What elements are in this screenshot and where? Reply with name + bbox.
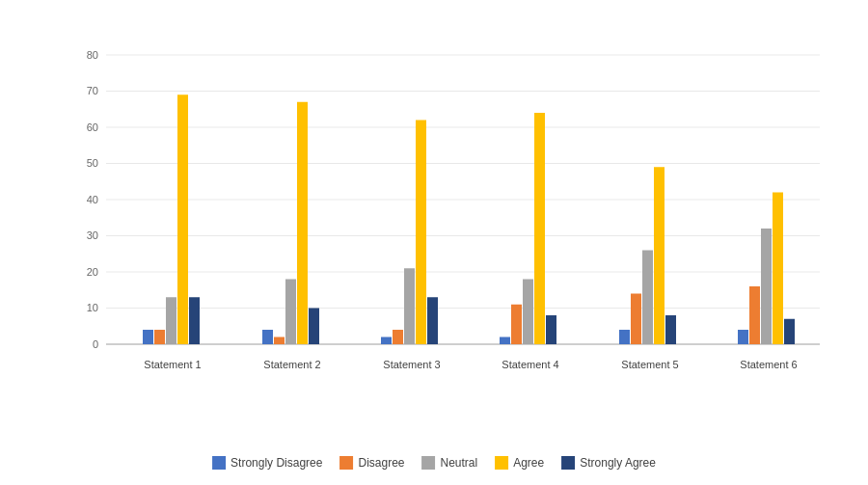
- legend-label-sa: Strongly Agree: [580, 456, 656, 470]
- bar-s5-n: [642, 250, 653, 344]
- legend-color-d: [339, 456, 353, 470]
- svg-text:80: 80: [87, 49, 98, 61]
- svg-text:70: 70: [87, 85, 98, 96]
- label-s1: Statement 1: [144, 359, 201, 370]
- bar-s4-n: [523, 279, 533, 344]
- bar-s2-d: [274, 337, 285, 344]
- bar-s4-a: [534, 113, 545, 344]
- chart-container: 0 10 20 30 40 50 60 70 80 Statement 1: [19, 16, 849, 470]
- bar-s6-sa: [784, 318, 795, 343]
- bar-s2-sa: [309, 308, 319, 344]
- svg-text:40: 40: [87, 194, 98, 205]
- svg-text:10: 10: [87, 302, 98, 313]
- svg-text:0: 0: [93, 338, 98, 350]
- legend-color-n: [421, 456, 435, 470]
- svg-text:20: 20: [87, 266, 98, 278]
- label-s6: Statement 6: [740, 359, 797, 370]
- bar-s6-n: [761, 229, 772, 344]
- bar-s1-n: [166, 297, 176, 344]
- bar-s3-d: [393, 330, 403, 344]
- bar-s3-n: [404, 268, 415, 344]
- legend-neutral: Neutral: [421, 456, 477, 470]
- label-s3: Statement 3: [383, 359, 440, 370]
- legend-label-n: Neutral: [440, 456, 477, 470]
- bar-s5-sd: [619, 330, 630, 344]
- legend-label-d: Disagree: [358, 456, 404, 470]
- svg-text:60: 60: [87, 121, 98, 133]
- bar-s5-d: [631, 293, 641, 344]
- bar-s2-a: [297, 101, 308, 343]
- bar-s2-sd: [262, 330, 273, 344]
- bar-s1-a: [177, 94, 188, 344]
- label-s2: Statement 2: [263, 359, 320, 370]
- bar-s6-sd: [738, 330, 748, 344]
- legend-strongly-disagree: Strongly Disagree: [212, 456, 322, 470]
- bar-s3-a: [416, 120, 426, 344]
- bar-s4-sa: [546, 315, 556, 344]
- bar-s3-sd: [381, 337, 392, 344]
- chart-area: 0 10 20 30 40 50 60 70 80 Statement 1: [68, 36, 829, 402]
- bar-s5-a: [654, 167, 665, 344]
- bar-s6-d: [749, 286, 760, 344]
- label-s5: Statement 5: [621, 359, 678, 370]
- legend-color-sa: [561, 456, 575, 470]
- bar-s4-sd: [500, 337, 510, 344]
- bar-s4-d: [511, 304, 522, 343]
- legend-strongly-agree: Strongly Agree: [561, 456, 656, 470]
- svg-text:50: 50: [87, 157, 98, 169]
- legend-label-a: Agree: [513, 456, 544, 470]
- legend-color-a: [495, 456, 508, 470]
- legend-label-sd: Strongly Disagree: [231, 456, 322, 470]
- label-s4: Statement 4: [502, 359, 558, 370]
- bar-s2-n: [285, 279, 296, 344]
- chart-legend: Strongly Disagree Disagree Neutral Agree…: [212, 456, 656, 470]
- chart-svg: 0 10 20 30 40 50 60 70 80 Statement 1: [68, 36, 829, 402]
- bar-s5-sa: [665, 315, 676, 344]
- svg-text:30: 30: [87, 229, 98, 241]
- bar-s1-sa: [189, 297, 200, 344]
- legend-color-sd: [212, 456, 226, 470]
- bar-s1-sd: [143, 330, 153, 344]
- legend-disagree: Disagree: [339, 456, 404, 470]
- bar-s3-sa: [427, 297, 438, 344]
- bar-s6-a: [773, 192, 783, 344]
- bar-s1-d: [154, 330, 165, 344]
- legend-agree: Agree: [495, 456, 544, 470]
